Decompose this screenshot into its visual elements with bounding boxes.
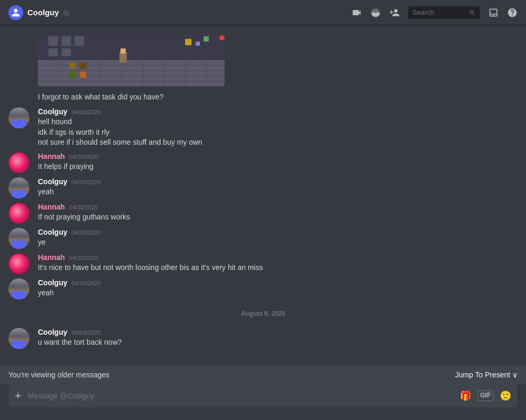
svg-rect-19 xyxy=(48,48,58,56)
videocall-icon[interactable] xyxy=(351,7,362,18)
timestamp-7: 04/30/2020 xyxy=(72,280,100,286)
message-header-8: Coolguy 08/09/2020 xyxy=(38,328,488,336)
header-right xyxy=(351,6,518,19)
date-divider-text: August 9, 2020 xyxy=(241,310,286,317)
message-header-6: Hannah 04/30/2020 xyxy=(38,253,488,262)
message-group-4: Hannah 04/30/2020 If not praying guthans… xyxy=(0,201,526,226)
message-content-1: Coolguy 04/30/2020 hell hound idk if sgs… xyxy=(38,107,488,148)
avatar-image-5 xyxy=(8,328,29,349)
avatar-coolguy-1 xyxy=(8,107,29,128)
message-input-box: + 🎁 GIF 🙂 xyxy=(8,384,518,407)
message-text-2: It helps if praying xyxy=(38,162,488,172)
svg-rect-2 xyxy=(38,60,225,86)
svg-rect-20 xyxy=(62,48,71,56)
game-screenshot-svg xyxy=(38,34,225,86)
timestamp-3: 04/30/2020 xyxy=(72,179,100,185)
username-hannah-2[interactable]: Hannah xyxy=(38,203,65,211)
game-screenshot xyxy=(38,34,225,86)
dm-avatar-icon xyxy=(8,5,23,20)
message-content-3: Coolguy 04/30/2020 yeah xyxy=(38,177,488,198)
gif-button[interactable]: GIF xyxy=(478,391,493,401)
avatar-coolguy-4 xyxy=(8,278,29,299)
svg-rect-16 xyxy=(48,36,58,46)
username-hannah-3[interactable]: Hannah xyxy=(38,253,65,262)
message-text-1b: idk if sgs is worth it rly xyxy=(38,127,488,138)
message-group-5: Coolguy 04/30/2020 ye 🙂 ↩ ⋯ xyxy=(0,226,526,251)
add-attachment-button[interactable]: + xyxy=(15,389,22,403)
message-group-3: Coolguy 04/30/2020 yeah 🙂 ↩ ⋯ xyxy=(0,175,526,201)
message-group-8: Coolguy 08/09/2020 u want the tort back … xyxy=(0,326,526,351)
avatar-hannah-3 xyxy=(8,253,29,274)
svg-rect-27 xyxy=(69,63,76,69)
inbox-icon[interactable] xyxy=(488,7,499,18)
message-group-2: Hannah 04/30/2020 It helps if praying 🙂 … xyxy=(0,150,526,175)
search-icon xyxy=(469,9,476,16)
older-messages-text: You're viewing older messages xyxy=(8,371,109,379)
emoji-icon[interactable]: 🙂 xyxy=(500,390,511,402)
avatar-coolguy-5 xyxy=(8,328,29,349)
svg-rect-23 xyxy=(185,39,191,45)
svg-rect-30 xyxy=(80,72,86,78)
older-messages-banner: You're viewing older messages Jump To Pr… xyxy=(0,365,526,384)
message-header-5: Coolguy 04/30/2020 xyxy=(38,228,488,236)
message-input-area: + 🎁 GIF 🙂 xyxy=(0,384,526,420)
timestamp-1: 04/30/2020 xyxy=(72,109,100,115)
gift-icon[interactable]: 🎁 xyxy=(460,390,471,402)
input-right-icons: 🎁 GIF 🙂 xyxy=(460,390,511,402)
message-content-8: Coolguy 08/09/2020 u want the tort back … xyxy=(38,328,488,349)
message-content-2: Hannah 04/30/2020 It helps if praying xyxy=(38,152,488,173)
avatar-hannah-2 xyxy=(8,203,29,224)
username-coolguy-1[interactable]: Coolguy xyxy=(38,107,67,116)
timestamp-2: 04/30/2020 xyxy=(69,154,98,160)
timestamp-6: 04/30/2020 xyxy=(69,255,98,261)
avatar-body-2 xyxy=(12,190,26,198)
add-friend-icon[interactable] xyxy=(389,7,400,18)
message-content-7: Coolguy 04/30/2020 yeah xyxy=(38,278,488,299)
avatar-image-3 xyxy=(8,228,29,249)
avatar-image-4 xyxy=(8,278,29,299)
message-header-7: Coolguy 04/30/2020 xyxy=(38,278,488,287)
avatar-image-2 xyxy=(8,177,29,198)
username-coolguy-5[interactable]: Coolguy xyxy=(38,328,67,336)
message-header-1: Coolguy 04/30/2020 xyxy=(38,107,488,116)
username-hannah-1[interactable]: Hannah xyxy=(38,152,65,161)
game-image-container xyxy=(0,34,526,91)
chat-area: I forgot to ask what task did you have? … xyxy=(0,25,526,365)
header-left: Coolguy ◎ xyxy=(8,5,351,20)
avatar-coolguy-3 xyxy=(8,228,29,249)
search-input[interactable] xyxy=(412,8,466,16)
message-text-8: u want the tort back now? xyxy=(38,337,488,348)
username-coolguy-2[interactable]: Coolguy xyxy=(38,177,67,186)
search-bar[interactable] xyxy=(408,6,480,19)
jump-chevron-icon: ∨ xyxy=(512,371,518,379)
message-text-6: It's nice to have but not worth loosing … xyxy=(38,263,488,273)
svg-rect-28 xyxy=(80,63,86,69)
avatar-hannah-1 xyxy=(8,152,29,173)
jump-to-present-button[interactable]: Jump To Present ∨ xyxy=(455,371,518,379)
avatar-body-3 xyxy=(12,241,26,249)
username-coolguy-3[interactable]: Coolguy xyxy=(38,228,67,236)
call-icon[interactable] xyxy=(370,7,381,18)
status-icon: ◎ xyxy=(63,8,69,17)
svg-rect-25 xyxy=(204,36,209,42)
forgotten-message: I forgot to ask what task did you have? xyxy=(0,91,526,105)
message-group-7: Coolguy 04/30/2020 yeah 🙂 ↩ ⋯ xyxy=(0,276,526,302)
timestamp-8: 08/09/2020 xyxy=(72,329,100,336)
svg-rect-29 xyxy=(69,72,76,78)
message-content-5: Coolguy 04/30/2020 ye xyxy=(38,228,488,249)
username-coolguy-4[interactable]: Coolguy xyxy=(38,278,67,287)
svg-rect-24 xyxy=(196,42,200,46)
message-text-3: yeah xyxy=(38,187,488,197)
help-icon[interactable] xyxy=(507,7,518,18)
channel-title: Coolguy xyxy=(27,8,59,17)
jump-to-present-label: Jump To Present xyxy=(455,371,510,379)
avatar-body-4 xyxy=(12,291,26,299)
avatar-coolguy-2 xyxy=(8,177,29,198)
message-header-2: Hannah 04/30/2020 xyxy=(38,152,488,161)
header: Coolguy ◎ xyxy=(0,0,526,25)
message-header-4: Hannah 04/30/2020 xyxy=(38,203,488,211)
message-content-4: Hannah 04/30/2020 If not praying guthans… xyxy=(38,203,488,224)
message-text-7: yeah xyxy=(38,288,488,298)
svg-rect-22 xyxy=(120,48,126,54)
message-input[interactable] xyxy=(28,392,453,400)
